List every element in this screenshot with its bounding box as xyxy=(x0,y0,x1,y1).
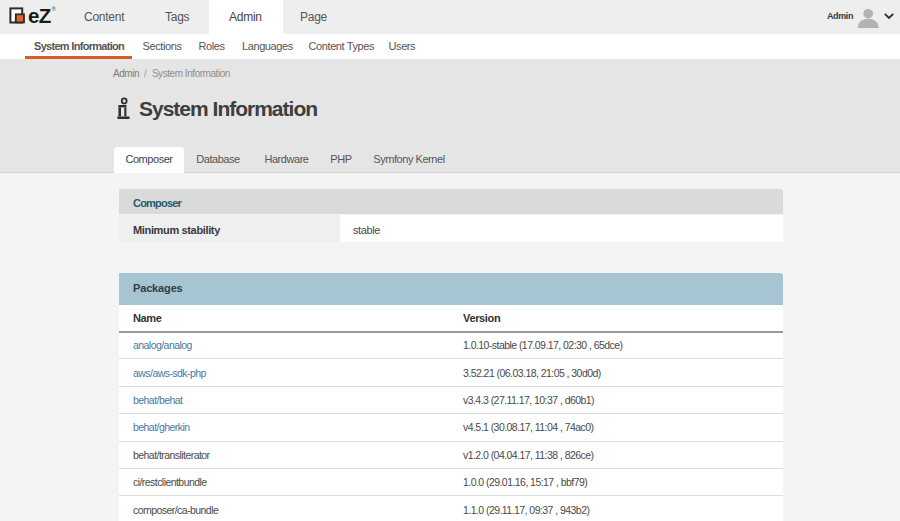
svg-text:®: ® xyxy=(52,6,56,12)
svg-text:eZ: eZ xyxy=(28,4,51,27)
